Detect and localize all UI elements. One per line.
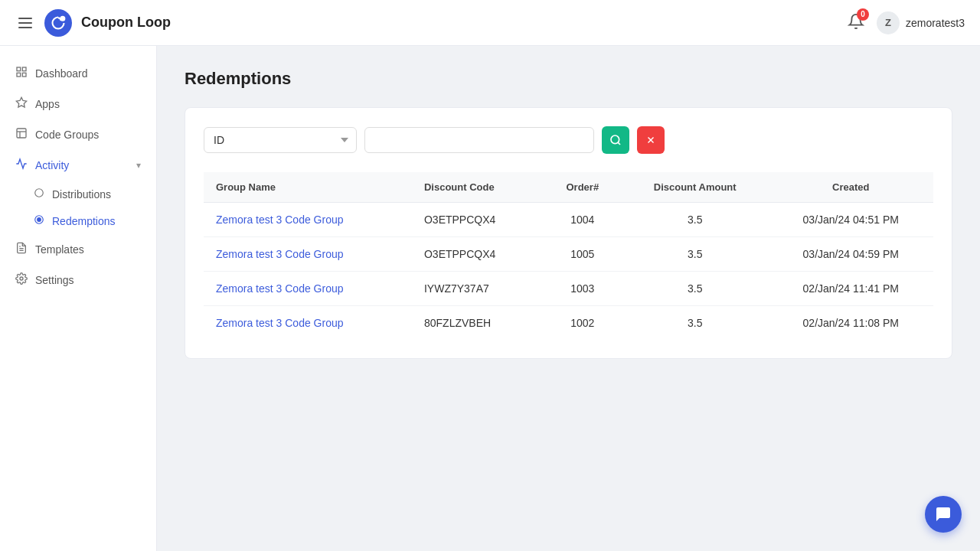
- redemptions-card: ID Group Name Discount Code Order#: [185, 107, 952, 359]
- chat-button[interactable]: [925, 496, 962, 533]
- col-header-discount-amount: Discount Amount: [622, 172, 769, 203]
- main-content: Redemptions ID Group Name Discount Code …: [157, 46, 980, 551]
- svg-point-9: [35, 189, 44, 197]
- sidebar-item-redemptions[interactable]: Redemptions: [0, 207, 156, 234]
- logo-icon: [44, 9, 72, 37]
- cell-group-name[interactable]: Zemora test 3 Code Group: [204, 306, 412, 341]
- sidebar-label-activity: Activity: [35, 159, 129, 171]
- cell-order-number: 1004: [544, 203, 622, 237]
- sidebar-item-activity[interactable]: Activity ▾: [0, 150, 156, 181]
- cell-group-name[interactable]: Zemora test 3 Code Group: [204, 237, 412, 272]
- cell-order-number: 1005: [544, 237, 622, 272]
- cell-group-name[interactable]: Zemora test 3 Code Group: [204, 272, 412, 306]
- svg-point-15: [611, 135, 619, 144]
- cell-discount-code: O3ETPPCQX4: [412, 203, 544, 237]
- page-title: Redemptions: [185, 69, 952, 89]
- layout: Dashboard Apps Code Groups: [0, 46, 980, 551]
- sidebar-item-templates[interactable]: Templates: [0, 234, 156, 265]
- hamburger-menu[interactable]: [15, 15, 35, 31]
- cell-created: 03/Jan/24 04:59 PM: [768, 237, 933, 272]
- cell-discount-amount: 3.5: [622, 203, 769, 237]
- cell-created: 03/Jan/24 04:51 PM: [768, 203, 933, 237]
- col-header-discount-code: Discount Code: [412, 172, 544, 203]
- user-name: zemoratest3: [906, 17, 965, 29]
- filter-row: ID Group Name Discount Code Order#: [204, 126, 933, 154]
- cell-group-name[interactable]: Zemora test 3 Code Group: [204, 203, 412, 237]
- cell-created: 02/Jan/24 11:08 PM: [768, 306, 933, 341]
- cell-discount-code: IYWZ7Y37A7: [412, 272, 544, 306]
- sidebar-item-settings[interactable]: Settings: [0, 265, 156, 295]
- sidebar-label-settings: Settings: [35, 274, 141, 286]
- svg-marker-5: [16, 97, 26, 107]
- notifications-bell[interactable]: 0: [848, 13, 864, 33]
- dashboard-icon: [15, 66, 28, 81]
- sidebar-item-dashboard[interactable]: Dashboard: [0, 58, 156, 89]
- svg-rect-4: [17, 73, 21, 77]
- sidebar-label-apps: Apps: [35, 98, 141, 110]
- filter-input[interactable]: [364, 127, 594, 153]
- sidebar-label-distributions: Distributions: [52, 188, 111, 201]
- filter-select[interactable]: ID Group Name Discount Code Order#: [204, 127, 357, 153]
- cell-order-number: 1002: [544, 306, 622, 341]
- notification-badge: 0: [857, 8, 869, 21]
- sidebar-label-templates: Templates: [35, 243, 141, 256]
- col-header-group-name: Group Name: [204, 172, 412, 203]
- code-groups-icon: [15, 127, 28, 142]
- header-right: 0 Z zemoratest3: [848, 11, 965, 34]
- redemptions-icon: [34, 214, 44, 227]
- header-left: Coupon Loop: [15, 9, 171, 37]
- cell-discount-amount: 3.5: [622, 272, 769, 306]
- cell-created: 02/Jan/24 11:41 PM: [768, 272, 933, 306]
- svg-rect-6: [17, 129, 26, 138]
- sidebar-label-code-groups: Code Groups: [35, 129, 141, 141]
- search-button[interactable]: [602, 126, 629, 154]
- header: Coupon Loop 0 Z zemoratest3: [0, 0, 980, 46]
- sidebar: Dashboard Apps Code Groups: [0, 46, 157, 551]
- table-row: Zemora test 3 Code Group IYWZ7Y37A7 1003…: [204, 272, 933, 306]
- chevron-down-icon: ▾: [136, 160, 141, 171]
- table-row: Zemora test 3 Code Group 80FZLZVBEH 1002…: [204, 306, 933, 341]
- sidebar-item-distributions[interactable]: Distributions: [0, 181, 156, 207]
- activity-icon: [15, 158, 28, 173]
- sidebar-label-redemptions: Redemptions: [52, 215, 116, 227]
- cell-discount-amount: 3.5: [622, 237, 769, 272]
- sidebar-item-apps[interactable]: Apps: [0, 89, 156, 119]
- svg-point-14: [20, 277, 23, 280]
- user-info: Z zemoratest3: [877, 11, 965, 34]
- templates-icon: [15, 242, 28, 257]
- clear-button[interactable]: [637, 126, 665, 154]
- distributions-icon: [34, 187, 44, 201]
- col-header-created: Created: [768, 172, 933, 203]
- cell-order-number: 1003: [544, 272, 622, 306]
- col-header-order-number: Order#: [544, 172, 622, 203]
- cell-discount-code: O3ETPPCQX4: [412, 237, 544, 272]
- svg-point-11: [38, 218, 41, 222]
- svg-point-0: [60, 16, 64, 20]
- cell-discount-amount: 3.5: [622, 306, 769, 341]
- cell-discount-code: 80FZLZVBEH: [412, 306, 544, 341]
- table-row: Zemora test 3 Code Group O3ETPPCQX4 1005…: [204, 237, 933, 272]
- sidebar-label-dashboard: Dashboard: [35, 67, 141, 80]
- app-title: Coupon Loop: [81, 15, 171, 31]
- sidebar-item-code-groups[interactable]: Code Groups: [0, 119, 156, 150]
- apps-icon: [15, 96, 28, 112]
- svg-rect-2: [22, 67, 26, 71]
- table-row: Zemora test 3 Code Group O3ETPPCQX4 1004…: [204, 203, 933, 237]
- avatar: Z: [877, 11, 900, 34]
- svg-line-16: [618, 142, 620, 145]
- redemptions-table: Group Name Discount Code Order# Discount…: [204, 172, 933, 340]
- settings-icon: [15, 272, 28, 288]
- svg-rect-1: [17, 67, 21, 71]
- svg-rect-3: [22, 73, 26, 77]
